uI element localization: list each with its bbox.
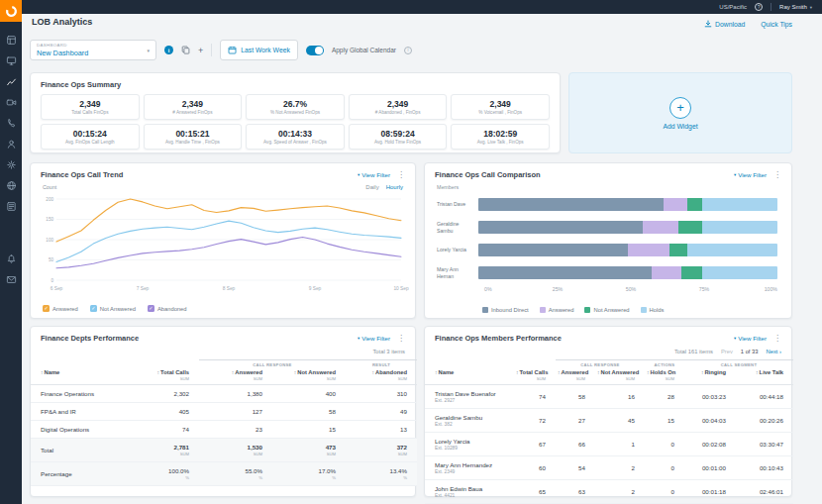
column-header-holds-on[interactable]: ↕Holds OnSUM — [645, 367, 684, 385]
members-kebab-menu-icon[interactable]: ⋮ — [773, 335, 781, 343]
comparison-view-filter-link[interactable]: ▾View Filter — [734, 171, 767, 178]
kpi-value: 08:59:24 — [381, 129, 415, 139]
kpi-card: 2,349% Voicemail , FinOps — [451, 94, 550, 120]
chevron-down-icon: ▾ — [734, 172, 736, 177]
comparison-member-name: Mary Ann Hernan — [437, 266, 478, 279]
help-icon[interactable]: ? — [755, 3, 763, 11]
bar-segment-not-answered — [669, 244, 687, 256]
kpi-value: 2,349 — [182, 99, 203, 109]
comparison-row: Geraldine Sambu — [437, 216, 777, 239]
toggle-knob — [315, 47, 323, 54]
comparison-bar[interactable] — [478, 266, 777, 279]
user-menu[interactable]: Ray Smith ▾ — [779, 4, 812, 10]
members-panel-title: Finance Ops Members Performance — [435, 334, 562, 343]
members-view-filter-link[interactable]: ▾View Filter — [734, 335, 767, 342]
svg-text:200: 200 — [46, 197, 53, 202]
table-row: Lorely YarciaExt. 1028967661000:02:0803:… — [425, 433, 793, 456]
sidebar-item-desktop[interactable] — [0, 50, 22, 71]
column-header-ringing[interactable]: ↕Ringing — [684, 367, 736, 385]
bar-segment-holds — [702, 198, 777, 211]
trend-view-filter-link[interactable]: ▾View Filter — [358, 171, 390, 178]
axis-tick-label: 50% — [626, 286, 636, 292]
comparison-bar[interactable] — [478, 198, 777, 211]
sort-icon: ↕ — [157, 369, 160, 375]
download-link[interactable]: Download — [704, 20, 745, 28]
messages-icon — [6, 274, 17, 285]
pager-page-indicator[interactable]: 1 of 33 — [741, 349, 759, 354]
column-header-live-talk[interactable]: ↕Live Talk — [736, 367, 793, 385]
bar-segment-holds — [687, 244, 777, 256]
dashboard-selector[interactable]: DASHBOARD New Dashboard ▾ — [30, 40, 156, 60]
sidebar-item-settings[interactable] — [0, 154, 22, 175]
sidebar-item-phone[interactable] — [0, 113, 22, 134]
column-header-answered[interactable]: ↕AnsweredSUM — [556, 367, 595, 385]
comparison-bar[interactable] — [478, 221, 777, 234]
add-widget-panel[interactable]: + Add Widget — [568, 72, 792, 153]
hourly-toggle[interactable]: Hourly — [386, 184, 403, 190]
legend-item-not-answered[interactable]: Not Answered — [584, 307, 629, 313]
main-content: LOB Analytics Download Quick Tips DASHBO… — [22, 14, 822, 504]
column-header-abandoned[interactable]: ↕AbandonedSUM — [346, 367, 417, 385]
column-header-not-answered[interactable]: ↕Not AnsweredSUM — [595, 367, 645, 385]
bar-segment-answered — [628, 244, 669, 256]
legend-item-inbound-direct[interactable]: Inbound Direct — [482, 307, 529, 313]
info-icon[interactable]: i — [164, 46, 173, 54]
depts-kebab-menu-icon[interactable]: ⋮ — [397, 335, 405, 343]
legend-swatch-icon — [540, 307, 546, 313]
pager-next-button[interactable]: Next › — [767, 349, 781, 354]
column-header-name[interactable]: ↕Name — [425, 367, 514, 385]
members-performance-panel: Finance Ops Members Performance ▾View Fi… — [424, 326, 792, 497]
bar-segment-not-answered — [687, 198, 702, 211]
legend-checkbox-icon: ✓ — [90, 305, 97, 312]
legend-item-answered[interactable]: ✓Answered — [43, 305, 78, 312]
column-header-not-answered[interactable]: ↕Not AnsweredSUM — [272, 367, 346, 385]
sidebar-item-video[interactable] — [0, 92, 22, 113]
kpi-label: Avg. Live Talk , FinOps — [477, 140, 524, 145]
sidebar-item-dashboard[interactable] — [0, 30, 22, 50]
sidebar-item-globe[interactable] — [0, 175, 22, 196]
axis-tick-label: 100% — [765, 286, 777, 292]
global-calendar-toggle[interactable] — [306, 46, 324, 55]
sidebar-item-messages[interactable] — [0, 269, 22, 290]
comparison-member-name: Geraldine Sambu — [437, 221, 478, 234]
comparison-row: Lorely Yarcia — [437, 239, 777, 261]
comparison-panel: Finance Ops Call Comparison ▾View Filter… — [424, 162, 792, 319]
pager-prev-button[interactable]: Prev — [721, 349, 733, 354]
trend-kebab-menu-icon[interactable]: ⋮ — [397, 171, 405, 179]
depts-view-filter-link[interactable]: ▾View Filter — [358, 335, 390, 342]
column-header-name[interactable]: ↕Name — [31, 367, 126, 385]
globe-icon — [6, 180, 17, 191]
legend-item-abandoned[interactable]: ✓Abandoned — [148, 305, 187, 312]
date-range-picker[interactable]: Last Work Week — [220, 40, 298, 60]
comparison-kebab-menu-icon[interactable]: ⋮ — [773, 171, 781, 179]
kpi-value: 2,349 — [490, 99, 511, 109]
desktop-icon — [6, 55, 17, 66]
sidebar-item-alerts[interactable] — [0, 249, 22, 269]
column-header-total-calls[interactable]: ↕Total CallsSUM — [126, 367, 199, 385]
kpi-label: Avg. FinOps Call Length — [65, 140, 115, 145]
copy-icon[interactable] — [181, 46, 190, 54]
add-dashboard-icon[interactable]: + — [198, 46, 203, 55]
kpi-value: 18:02:59 — [483, 129, 517, 139]
calendar-info-icon[interactable]: i — [404, 47, 412, 54]
daily-toggle[interactable]: Daily — [365, 184, 378, 190]
sidebar-item-reports[interactable] — [0, 196, 22, 217]
legend-item-holds[interactable]: Holds — [641, 307, 665, 313]
column-group-label: CALL RESPONSE — [199, 360, 346, 368]
legend-item-answered[interactable]: Answered — [540, 307, 574, 313]
column-header-total-calls[interactable]: ↕Total CallsSUM — [514, 367, 556, 385]
sidebar-item-analytics[interactable] — [0, 71, 22, 92]
calendar-icon — [228, 46, 237, 54]
sidebar-item-contacts[interactable] — [0, 134, 22, 154]
add-widget-button[interactable]: + — [669, 97, 691, 119]
table-row: Geraldine SambuExt. 3827227451500:04:030… — [425, 409, 793, 433]
column-header-answered[interactable]: ↕AnsweredSUM — [199, 367, 272, 385]
quick-tips-link[interactable]: Quick Tips — [761, 21, 792, 28]
legend-item-not-answered[interactable]: ✓Not Answered — [90, 305, 136, 312]
phone-icon — [6, 118, 17, 129]
brand-logo[interactable] — [0, 0, 22, 22]
sort-icon: ↕ — [41, 369, 44, 375]
comparison-row: Mary Ann Hernan — [437, 261, 777, 284]
comparison-bar[interactable] — [478, 244, 777, 256]
table-row: Digital Operations74231513 — [31, 421, 417, 439]
